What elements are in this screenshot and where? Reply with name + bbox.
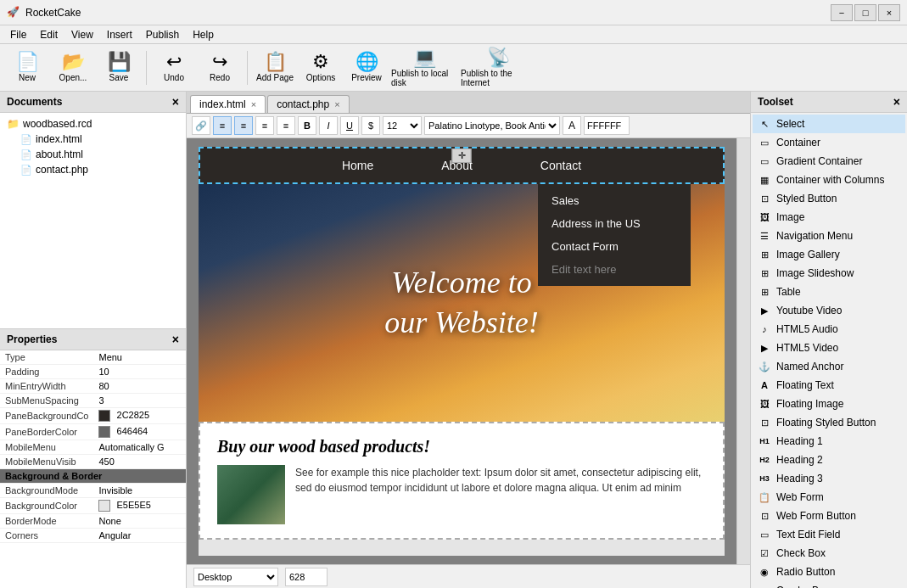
font-color-input[interactable] (584, 116, 630, 135)
save-button[interactable]: 💾 Save (97, 48, 141, 88)
tab-contact[interactable]: contact.php × (267, 95, 349, 113)
tool-combo-box[interactable]: ▾ Combo Box (753, 581, 905, 588)
container-icon: ▭ (758, 136, 771, 149)
properties-close[interactable]: × (172, 333, 179, 346)
content-image (217, 465, 285, 524)
options-button[interactable]: ⚙ Options (299, 48, 343, 88)
italic-button[interactable]: I (319, 116, 338, 135)
documents-close[interactable]: × (172, 95, 179, 109)
tool-h3-label: Heading 3 (776, 473, 900, 484)
tool-container[interactable]: ▭ Container (753, 133, 905, 152)
undo-button[interactable]: ↩ Undo (152, 48, 196, 88)
select-icon: ↖ (758, 117, 771, 131)
tool-columns-label: Container with Columns (776, 174, 900, 186)
tool-heading3[interactable]: H3 Heading 3 (753, 469, 905, 488)
tool-web-form-button[interactable]: ⊡ Web Form Button (753, 507, 905, 525)
dropdown-sales[interactable]: Sales (538, 189, 691, 212)
addpage-button[interactable]: 📋 Add Page (253, 48, 297, 88)
align-left-button[interactable]: ≡ (213, 116, 232, 135)
tool-floating-image[interactable]: 🖼 Floating Image (753, 395, 905, 413)
doc-item-index[interactable]: 📄 index.html (3, 132, 182, 147)
currency-button[interactable]: $ (361, 116, 380, 135)
tab-index-close[interactable]: × (251, 99, 256, 109)
tool-select[interactable]: ↖ Select (753, 115, 905, 133)
new-button[interactable]: 📄 New (5, 48, 49, 88)
dropdown-contactform[interactable]: Contact Form (538, 235, 691, 258)
preview-button[interactable]: 🌐 Preview (344, 48, 389, 88)
font-family-select[interactable]: Palatino Linotype, Book Antiqua3, Pal (424, 116, 560, 135)
panebg-swatch (98, 410, 110, 422)
menu-edit[interactable]: Edit (33, 27, 64, 42)
tool-radio-button[interactable]: ◉ Radio Button (753, 563, 905, 581)
tool-container-columns[interactable]: ▦ Container with Columns (753, 171, 905, 189)
tab-index[interactable]: index.html × (190, 95, 266, 113)
minimize-button[interactable]: − (831, 4, 853, 21)
underline-button[interactable]: U (340, 116, 359, 135)
close-button[interactable]: × (878, 4, 900, 21)
menu-file[interactable]: File (3, 27, 33, 42)
php-icon: 📄 (20, 165, 32, 176)
align-justify-button[interactable]: ≡ (277, 116, 295, 135)
prop-key-mobilemenuvis: MobileMenuVisib (0, 455, 93, 469)
menu-view[interactable]: View (64, 27, 100, 42)
tool-check-box[interactable]: ☑ Check Box (753, 544, 905, 563)
doc-item-contact[interactable]: 📄 contact.php (3, 162, 182, 177)
canvas-area[interactable]: ✛ Home About Contact Sales Address in th… (187, 138, 736, 564)
publishnet-button[interactable]: 📡 Publish to the Internet (460, 48, 536, 88)
toolset-close[interactable]: × (893, 95, 900, 109)
content-heading: Buy our wood based products! (217, 437, 706, 456)
align-right-button[interactable]: ≡ (255, 116, 274, 135)
canvas-width-input[interactable] (285, 568, 328, 586)
dropdown-address[interactable]: Address in the US (538, 212, 691, 235)
tool-heading1[interactable]: H1 Heading 1 (753, 432, 905, 451)
doc-item-about[interactable]: 📄 about.html (3, 147, 182, 162)
nav-home[interactable]: Home (333, 155, 382, 176)
tool-text-edit-field[interactable]: ▭ Text Edit Field (753, 525, 905, 544)
tool-navigation-menu[interactable]: ☰ Navigation Menu (753, 227, 905, 245)
tool-image[interactable]: 🖼 Image (753, 208, 905, 227)
options-label: Options (306, 73, 335, 82)
menu-help[interactable]: Help (186, 27, 221, 42)
heading1-icon: H1 (758, 434, 771, 448)
font-color-box[interactable]: A (563, 116, 581, 135)
menu-insert[interactable]: Insert (100, 27, 139, 42)
tool-styled-button-label: Styled Button (776, 193, 900, 204)
nav-bar[interactable]: ✛ Home About Contact (199, 147, 725, 184)
view-mode-select[interactable]: Desktop Tablet Mobile (193, 568, 278, 586)
tab-contact-close[interactable]: × (334, 99, 339, 109)
bold-button[interactable]: B (298, 116, 316, 135)
tool-styled-button[interactable]: ⊡ Styled Button (753, 189, 905, 208)
addpage-label: Add Page (256, 73, 294, 82)
right-panel: Toolset × ↖ Select ▭ Container ▭ Gradien… (750, 92, 907, 588)
nav-contact[interactable]: Contact (532, 155, 590, 176)
menu-publish[interactable]: Publish (139, 27, 186, 42)
open-button[interactable]: 📂 Open... (51, 48, 95, 88)
align-center-button[interactable]: ≡ (234, 116, 253, 135)
properties-scroll[interactable]: Type Menu Padding 10 MinEntryWidth 80 (0, 350, 186, 588)
tool-image-slideshow[interactable]: ⊞ Image Slideshow (753, 264, 905, 283)
tool-image-gallery[interactable]: ⊞ Image Gallery (753, 245, 905, 264)
tool-floating-styled-button[interactable]: ⊡ Floating Styled Button (753, 413, 905, 432)
tool-html5-audio[interactable]: ♪ HTML5 Audio (753, 320, 905, 339)
redo-button[interactable]: ↪ Redo (198, 48, 242, 88)
anchor-icon: ⚓ (758, 360, 771, 373)
tool-html5-video[interactable]: ▶ HTML5 Video (753, 339, 905, 357)
tool-web-form[interactable]: 📋 Web Form (753, 488, 905, 507)
hero-line2: our Website! (384, 303, 539, 343)
tool-named-anchor[interactable]: ⚓ Named Anchor (753, 357, 905, 376)
canvas-scrollbar[interactable] (736, 138, 750, 564)
tool-youtube-video[interactable]: ▶ Youtube Video (753, 301, 905, 320)
drag-handle[interactable]: ✛ (452, 148, 472, 163)
tool-gradient-container[interactable]: ▭ Gradient Container (753, 152, 905, 171)
dropdown-edittext[interactable]: Edit text here (538, 258, 691, 281)
tool-floating-text[interactable]: A Floating Text (753, 376, 905, 395)
hero-text[interactable]: Welcome to our Website! (384, 263, 539, 343)
maximize-button[interactable]: □ (854, 4, 876, 21)
font-size-select[interactable]: 12 891011 141618 (383, 116, 422, 135)
tool-heading2[interactable]: H2 Heading 2 (753, 451, 905, 469)
tool-text-field-label: Text Edit Field (776, 529, 900, 540)
link-button[interactable]: 🔗 (192, 116, 210, 135)
publishdisk-button[interactable]: 💻 Publish to local disk (390, 48, 458, 88)
tool-table[interactable]: ⊞ Table (753, 283, 905, 301)
prop-row-padding: Padding 10 (0, 365, 186, 379)
